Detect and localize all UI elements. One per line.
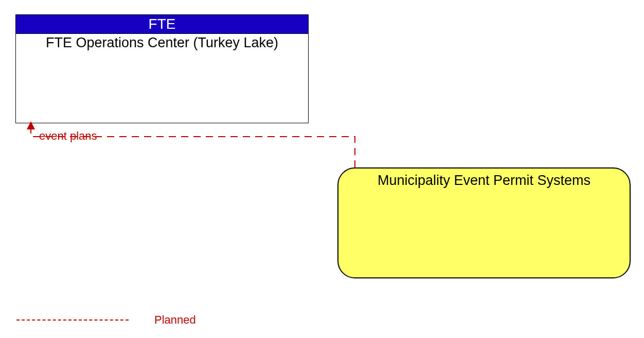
legend-label-planned: Planned — [154, 313, 196, 327]
fte-header-label: FTE — [149, 16, 176, 32]
fte-header: FTE — [15, 14, 309, 34]
fte-body: FTE Operations Center (Turkey Lake) — [15, 34, 309, 123]
flow-label-event-plans: event plans — [39, 129, 97, 143]
legend-label-text: Planned — [154, 313, 196, 326]
flow-label-text: event plans — [39, 129, 97, 142]
fte-body-label: FTE Operations Center (Turkey Lake) — [46, 35, 278, 50]
municipality-box: Municipality Event Permit Systems — [337, 167, 631, 278]
legend-line-planned — [16, 320, 129, 321]
municipality-title: Municipality Event Permit Systems — [378, 173, 591, 188]
